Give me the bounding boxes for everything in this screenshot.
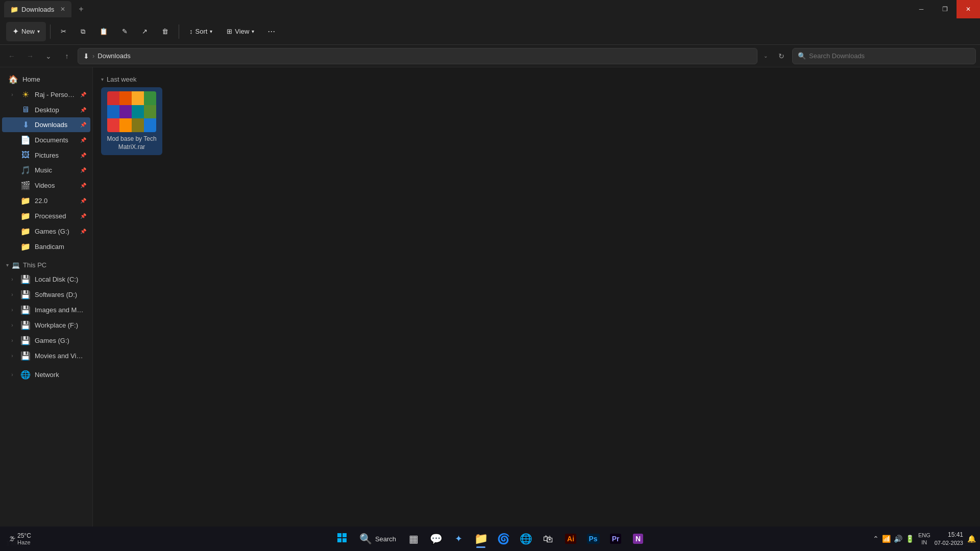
more-options-button[interactable]: ··· — [262, 23, 280, 40]
search-input[interactable] — [809, 52, 970, 60]
sidebar-workplace-f-label: Workplace (F:) — [35, 321, 86, 329]
search-bar[interactable]: 🔍 — [792, 48, 976, 64]
weather-widget[interactable]: 🌫 25°C Haze — [6, 532, 34, 545]
sidebar-item-music[interactable]: 🎵 Music 📌 — [2, 163, 90, 178]
sort-button[interactable]: ↕ Sort ▾ — [183, 22, 218, 41]
paste-button[interactable]: 📋 — [93, 22, 114, 41]
sidebar-item-documents[interactable]: 📄 Documents 📌 — [2, 133, 90, 147]
forward-button[interactable]: → — [22, 48, 38, 64]
cut-button[interactable]: ✂ — [55, 22, 72, 41]
sidebar-games-pc-g-label: Games (G:) — [35, 337, 86, 344]
chrome-button[interactable]: 🌐 — [516, 529, 536, 549]
sidebar-item-games-pc-g[interactable]: › 💾 Games (G:) — [2, 333, 90, 348]
sidebar-item-local-disk-c[interactable]: › 💾 Local Disk (C:) — [2, 272, 90, 287]
sidebar-music-label: Music — [35, 166, 76, 174]
rename-button[interactable]: ✎ — [116, 22, 134, 41]
bandicam-icon: 📁 — [20, 242, 31, 252]
svg-rect-1 — [342, 533, 347, 537]
desktop-pin-icon: 📌 — [80, 107, 86, 113]
sort-dropdown-icon: ▾ — [210, 29, 212, 34]
premiere-icon: Pr — [610, 534, 622, 544]
sidebar-videos-label: Videos — [35, 182, 76, 189]
sidebar-22-label: 22.0 — [35, 197, 76, 205]
chat-button[interactable]: 💬 — [426, 529, 446, 549]
view-button[interactable]: ⊞ View ▾ — [220, 22, 260, 41]
sound-tray-icon[interactable]: 🔊 — [894, 535, 902, 543]
tab-downloads[interactable]: 📁 Downloads ✕ — [4, 1, 71, 17]
photoshop-button[interactable]: Ps — [583, 529, 603, 549]
ai-button[interactable]: ✦ — [448, 529, 469, 549]
sidebar-item-workplace-f[interactable]: › 💾 Workplace (F:) — [2, 318, 90, 333]
d-expand-icon: › — [8, 292, 16, 297]
sidebar-item-raj[interactable]: › ☀ Raj - Personal 📌 — [2, 87, 90, 102]
file-item-rar[interactable]: Mod base by TechMatriX.rar — [101, 87, 162, 155]
sidebar-item-videos[interactable]: 🎬 Videos 📌 — [2, 178, 90, 193]
sidebar-item-network[interactable]: › 🌐 Network — [2, 367, 90, 382]
sidebar-item-22[interactable]: 📁 22.0 📌 — [2, 193, 90, 208]
onenote-icon: N — [633, 534, 643, 544]
back-button[interactable]: ← — [4, 48, 19, 64]
widgets-button[interactable]: ▦ — [403, 529, 424, 549]
group-header-last-week[interactable]: ▾ Last week — [101, 73, 972, 87]
language-indicator[interactable]: ENG IN — [918, 532, 930, 546]
premiere-button[interactable]: Pr — [605, 529, 626, 549]
share-button[interactable]: ↗ — [136, 22, 154, 41]
sidebar-raj-label: Raj - Personal — [35, 91, 76, 98]
file-explorer-taskbar-btn[interactable]: 📁 — [471, 529, 491, 549]
onenote-button[interactable]: N — [628, 529, 648, 549]
restore-button[interactable]: ❐ — [933, 0, 957, 18]
sidebar-item-softwares-d[interactable]: › 💾 Softwares (D:) — [2, 287, 90, 302]
sidebar-movies-h-label: Movies and Videos (H:) — [35, 352, 86, 360]
close-button[interactable]: ✕ — [957, 0, 980, 18]
new-button[interactable]: ✦ New ▾ — [6, 22, 46, 41]
delete-button[interactable]: 🗑 — [156, 22, 175, 41]
h-expand-icon: › — [8, 353, 16, 359]
up-button[interactable]: ↑ — [59, 48, 75, 64]
rename-icon: ✎ — [122, 28, 128, 35]
sidebar-item-downloads[interactable]: ⬇ Downloads 📌 — [2, 117, 90, 132]
copy-button[interactable]: ⧉ — [75, 22, 91, 41]
dropdown-button[interactable]: ⌄ — [41, 48, 56, 64]
sidebar-section-this-pc[interactable]: ▾ 💻 This PC — [2, 258, 90, 271]
sidebar-item-movies-h[interactable]: › 💾 Movies and Videos (H:) — [2, 348, 90, 363]
sidebar-item-home[interactable]: 🏠 Home — [2, 72, 90, 87]
sidebar-item-desktop[interactable]: 🖥 Desktop 📌 — [2, 103, 90, 117]
refresh-button[interactable]: ↻ — [774, 48, 789, 64]
address-dropdown-button[interactable]: ⌄ — [761, 48, 771, 64]
breadcrumb-path: Downloads — [97, 52, 130, 60]
sidebar-item-games-g[interactable]: 📁 Games (G:) 📌 — [2, 224, 90, 239]
clock-date: 07-02-2023 — [935, 539, 963, 547]
new-tab-button[interactable]: + — [75, 4, 87, 15]
network-tray-icon[interactable]: 📶 — [882, 535, 891, 543]
illustrator-button[interactable]: Ai — [560, 529, 581, 549]
downloads-pin-icon: 📌 — [80, 122, 86, 128]
minimize-button[interactable]: ─ — [910, 0, 933, 18]
share-icon: ↗ — [142, 28, 148, 35]
paste-icon: 📋 — [100, 28, 108, 35]
sidebar-pictures-label: Pictures — [35, 152, 76, 159]
sidebar-item-images-e[interactable]: › 💾 Images and Music (E:) — [2, 303, 90, 317]
edge-browser-button[interactable]: 🌀 — [493, 529, 513, 549]
store-button[interactable]: 🛍 — [538, 529, 558, 549]
sidebar-bandicam-label: Bandicam — [35, 243, 86, 251]
sidebar-item-processed[interactable]: 📁 Processed 📌 — [2, 209, 90, 223]
sidebar-item-bandicam[interactable]: 📁 Bandicam — [2, 239, 90, 254]
new-icon: ✦ — [12, 27, 19, 36]
system-clock[interactable]: 15:41 07-02-2023 — [935, 531, 963, 547]
videos-icon: 🎬 — [20, 181, 31, 190]
processed-pin-icon: 📌 — [80, 213, 86, 219]
workplace-f-icon: 💾 — [20, 320, 31, 330]
start-button[interactable] — [332, 529, 352, 549]
address-bar[interactable]: ⬇ › Downloads — [78, 48, 757, 64]
tray-up-icon[interactable]: ⌃ — [873, 535, 879, 543]
this-pc-label: This PC — [23, 261, 46, 269]
raj-pin-icon: 📌 — [80, 92, 86, 97]
sidebar-item-pictures[interactable]: 🖼 Pictures 📌 — [2, 148, 90, 162]
weather-temp: 25°C — [17, 532, 31, 539]
sidebar-home-label: Home — [22, 76, 86, 83]
battery-tray-icon[interactable]: 🔋 — [905, 535, 914, 543]
search-button[interactable]: 🔍 Search — [354, 529, 401, 549]
tab-close-button[interactable]: ✕ — [60, 6, 65, 13]
delete-icon: 🗑 — [162, 28, 168, 35]
notification-icon[interactable]: 🔔 — [967, 535, 976, 543]
